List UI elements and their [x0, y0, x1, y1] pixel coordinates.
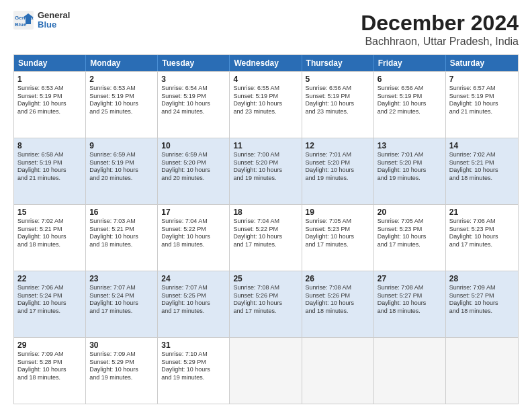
day-info-line: and 17 minutes. — [233, 241, 298, 249]
day-info-line: and 20 minutes. — [89, 175, 154, 183]
week-row-5: 29Sunrise: 7:09 AMSunset: 5:28 PMDayligh… — [14, 337, 518, 404]
cal-cell-w1-d6: 6Sunrise: 6:56 AMSunset: 5:19 PMDaylight… — [374, 72, 446, 138]
day-info-line: Daylight: 10 hours — [449, 167, 515, 175]
day-info-line: and 18 minutes. — [161, 241, 226, 249]
day-info-line: Daylight: 10 hours — [17, 366, 82, 374]
cal-cell-w5-d2: 30Sunrise: 7:09 AMSunset: 5:29 PMDayligh… — [86, 338, 158, 404]
day-info-line: Sunrise: 7:04 AM — [233, 218, 298, 226]
day-number-w3-d6: 20 — [378, 208, 442, 217]
day-info-line: Daylight: 10 hours — [233, 167, 298, 175]
cal-cell-w5-d6 — [374, 338, 446, 404]
cal-cell-w1-d2: 2Sunrise: 6:53 AMSunset: 5:19 PMDaylight… — [86, 72, 158, 138]
day-info-line: Daylight: 10 hours — [378, 100, 442, 108]
cal-cell-w1-d1: 1Sunrise: 6:53 AMSunset: 5:19 PMDaylight… — [14, 72, 86, 138]
day-info-line: Daylight: 10 hours — [161, 366, 226, 374]
day-info-line: Daylight: 10 hours — [306, 167, 370, 175]
day-info-line: Daylight: 10 hours — [89, 233, 154, 241]
day-number-w2-d2: 9 — [89, 141, 154, 150]
day-number-w3-d4: 18 — [233, 208, 298, 217]
cal-cell-w4-d4: 25Sunrise: 7:08 AMSunset: 5:26 PMDayligh… — [230, 271, 302, 337]
day-info-line: Sunset: 5:19 PM — [89, 159, 154, 167]
calendar-header-row: Sunday Monday Tuesday Wednesday Thursday… — [14, 55, 518, 71]
day-info-line: Daylight: 10 hours — [89, 100, 154, 108]
header-saturday: Saturday — [446, 55, 518, 71]
day-info-line: Daylight: 10 hours — [17, 300, 82, 308]
day-number-w4-d7: 28 — [449, 274, 515, 283]
day-info-line: Daylight: 10 hours — [233, 100, 298, 108]
day-number-w4-d5: 26 — [306, 274, 370, 283]
logo-text-general: General — [38, 11, 70, 20]
day-number-w4-d4: 25 — [233, 274, 298, 283]
day-info-line: and 26 minutes. — [17, 108, 82, 116]
day-info-line: Daylight: 10 hours — [378, 300, 442, 308]
cal-cell-w1-d4: 4Sunrise: 6:55 AMSunset: 5:19 PMDaylight… — [230, 72, 302, 138]
day-info-line: and 17 minutes. — [306, 241, 370, 249]
day-info-line: Sunset: 5:27 PM — [378, 292, 442, 300]
cal-cell-w5-d5 — [302, 338, 374, 404]
day-number-w4-d6: 27 — [378, 274, 442, 283]
week-row-4: 22Sunrise: 7:06 AMSunset: 5:24 PMDayligh… — [14, 271, 518, 337]
day-info-line: Sunset: 5:24 PM — [17, 292, 82, 300]
svg-text:Blue: Blue — [15, 21, 27, 28]
day-number-w1-d2: 2 — [89, 75, 154, 84]
day-info-line: and 19 minutes. — [89, 374, 154, 382]
day-info-line: Sunset: 5:19 PM — [233, 93, 298, 101]
day-info-line: Sunset: 5:29 PM — [161, 359, 226, 367]
day-info-line: Sunrise: 6:55 AM — [233, 85, 298, 93]
day-info-line: and 19 minutes. — [233, 175, 298, 183]
day-info-line: Sunrise: 7:02 AM — [449, 151, 515, 159]
title-block: December 2024 Bachhraon, Uttar Pradesh, … — [361, 11, 519, 48]
day-number-w4-d1: 22 — [17, 274, 82, 283]
day-info-line: Daylight: 10 hours — [17, 167, 82, 175]
day-info-line: Sunrise: 6:53 AM — [17, 85, 82, 93]
cal-cell-w4-d1: 22Sunrise: 7:06 AMSunset: 5:24 PMDayligh… — [14, 271, 86, 337]
day-info-line: and 18 minutes. — [306, 308, 370, 316]
day-number-w2-d6: 13 — [378, 141, 442, 150]
page: General Blue General Blue December 2024 … — [0, 0, 532, 411]
day-info-line: Daylight: 10 hours — [161, 233, 226, 241]
day-info-line: Sunset: 5:26 PM — [306, 292, 370, 300]
day-info-line: Sunset: 5:21 PM — [89, 226, 154, 234]
day-info-line: Sunset: 5:22 PM — [161, 226, 226, 234]
header-thursday: Thursday — [302, 55, 374, 71]
cal-cell-w2-d6: 13Sunrise: 7:01 AMSunset: 5:20 PMDayligh… — [374, 138, 446, 204]
day-number-w3-d2: 16 — [89, 208, 154, 217]
day-info-line: Sunrise: 6:59 AM — [89, 151, 154, 159]
cal-cell-w4-d3: 24Sunrise: 7:07 AMSunset: 5:25 PMDayligh… — [158, 271, 230, 337]
day-info-line: Sunset: 5:22 PM — [233, 226, 298, 234]
cal-cell-w2-d7: 14Sunrise: 7:02 AMSunset: 5:21 PMDayligh… — [446, 138, 518, 204]
main-title: December 2024 — [361, 11, 519, 36]
day-info-line: Daylight: 10 hours — [233, 300, 298, 308]
day-info-line: and 22 minutes. — [378, 108, 442, 116]
day-info-line: and 24 minutes. — [161, 108, 226, 116]
day-number-w1-d6: 6 — [378, 75, 442, 84]
day-info-line: and 25 minutes. — [89, 108, 154, 116]
day-info-line: and 21 minutes. — [449, 108, 515, 116]
day-info-line: and 17 minutes. — [89, 308, 154, 316]
day-info-line: Sunrise: 6:54 AM — [161, 85, 226, 93]
day-info-line: and 17 minutes. — [17, 308, 82, 316]
day-number-w2-d1: 8 — [17, 141, 82, 150]
day-info-line: Sunset: 5:26 PM — [233, 292, 298, 300]
calendar: Sunday Monday Tuesday Wednesday Thursday… — [13, 54, 519, 404]
day-info-line: and 23 minutes. — [233, 108, 298, 116]
day-info-line: Sunrise: 6:56 AM — [378, 85, 442, 93]
cal-cell-w4-d7: 28Sunrise: 7:09 AMSunset: 5:27 PMDayligh… — [446, 271, 518, 337]
day-info-line: Daylight: 10 hours — [233, 233, 298, 241]
day-info-line: Sunset: 5:23 PM — [378, 226, 442, 234]
cal-cell-w1-d3: 3Sunrise: 6:54 AMSunset: 5:19 PMDaylight… — [158, 72, 230, 138]
day-info-line: and 17 minutes. — [378, 241, 442, 249]
day-info-line: Daylight: 10 hours — [306, 100, 370, 108]
day-info-line: Sunrise: 7:09 AM — [17, 351, 82, 359]
day-info-line: Sunrise: 7:05 AM — [378, 218, 442, 226]
logo-text-blue: Blue — [38, 20, 70, 30]
week-row-1: 1Sunrise: 6:53 AMSunset: 5:19 PMDaylight… — [14, 71, 518, 138]
day-info-line: Sunset: 5:23 PM — [306, 226, 370, 234]
day-info-line: Sunrise: 7:06 AM — [449, 218, 515, 226]
header-tuesday: Tuesday — [158, 55, 230, 71]
day-info-line: Sunset: 5:27 PM — [449, 292, 515, 300]
day-number-w3-d5: 19 — [306, 208, 370, 217]
day-info-line: Sunset: 5:20 PM — [161, 159, 226, 167]
day-info-line: Sunrise: 7:08 AM — [378, 284, 442, 292]
cal-cell-w5-d7 — [446, 338, 518, 404]
